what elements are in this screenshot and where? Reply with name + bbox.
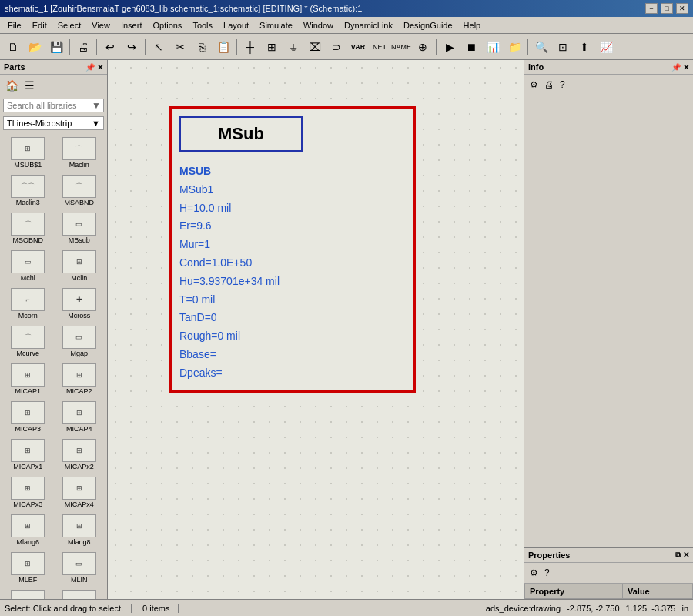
close-button[interactable]: ✕	[676, 3, 688, 14]
part-icon: ⌒	[11, 213, 45, 236]
menu-layout[interactable]: Layout	[219, 19, 253, 32]
menu-dynamiclink[interactable]: DynamicLink	[340, 19, 397, 32]
toolbar-sim[interactable]: ▶	[440, 37, 460, 57]
toolbar-new[interactable]: 🗋	[3, 37, 23, 57]
parts-item[interactable]: ▭MLSC	[55, 588, 105, 599]
parts-item[interactable]: ⌐Mcorn	[3, 286, 53, 322]
menu-select[interactable]: Select	[53, 19, 86, 32]
part-label: Maclin	[69, 161, 89, 169]
main-layout: Parts 📌 ✕ 🏠 ☰ ▼ TLines-Microstrip ▼ ⊞MSU…	[0, 60, 693, 599]
canvas-area[interactable]: MSub MSUB MSub1 H=10.0 mil Er=9.6 Mur=1 …	[108, 60, 524, 599]
info-help-icon[interactable]: ?	[558, 78, 567, 92]
toolbar-print[interactable]: 🖨	[73, 37, 93, 57]
menu-view[interactable]: View	[87, 19, 115, 32]
parts-item[interactable]: ⌒Mcurve	[3, 323, 53, 360]
component-prop-1: Er=9.6	[179, 217, 406, 236]
menu-help[interactable]: Help	[459, 19, 486, 32]
parts-item[interactable]: ⊞Mclin	[55, 248, 105, 284]
menu-designguide[interactable]: DesignGuide	[399, 19, 457, 32]
part-label: MICAP4	[66, 425, 92, 433]
parts-item[interactable]: ⊞MICAP3	[3, 399, 53, 435]
maximize-button[interactable]: □	[661, 3, 673, 14]
toolbar-ground[interactable]: ⏚	[283, 37, 303, 57]
toolbar-redo[interactable]: ↪	[122, 37, 142, 57]
part-icon: ⊞	[62, 477, 96, 500]
toolbar-chart[interactable]: 📈	[596, 37, 616, 57]
status-coords: ads_device:drawing -2.875, -2.750 1.125,…	[486, 604, 688, 613]
toolbar-paste[interactable]: 📋	[213, 37, 233, 57]
parts-item[interactable]: ⌒MSABND	[55, 172, 105, 209]
menu-simulate[interactable]: Simulate	[255, 19, 297, 32]
parts-item[interactable]: ⊞MICAPx4	[55, 474, 105, 511]
component-title-box: MSub	[179, 116, 303, 152]
toolbar-up[interactable]: ⬆	[574, 37, 594, 57]
toolbar-stop[interactable]: ⏹	[461, 37, 481, 57]
info-close-button[interactable]: ✕	[683, 63, 689, 72]
toolbar-cut[interactable]: ✂	[170, 37, 190, 57]
toolbar-probe[interactable]: ⊕	[413, 37, 433, 57]
parts-item[interactable]: ⊞MICAPx2	[55, 437, 105, 473]
toolbar-netname[interactable]: NET	[370, 37, 390, 57]
part-icon: ⊞	[62, 363, 96, 387]
toolbar-name[interactable]: NAME	[391, 37, 411, 57]
menu-window[interactable]: Window	[299, 19, 338, 32]
status-unit: in	[681, 604, 688, 613]
toolbar-fit[interactable]: ⊡	[553, 37, 573, 57]
toolbar-dataset[interactable]: 📁	[504, 37, 524, 57]
toolbar-results[interactable]: 📊	[483, 37, 503, 57]
parts-item[interactable]: ⊞Mlang6	[3, 512, 53, 548]
parts-item[interactable]: ⊞MICAPx3	[3, 474, 53, 511]
toolbar-bus[interactable]: ⊞	[262, 37, 282, 57]
parts-item[interactable]: ▭Mgap	[55, 323, 105, 360]
parts-item[interactable]: ▭MBsub	[55, 210, 105, 246]
toolbar: 🗋 📂 💾 🖨 ↩ ↪ ↖ ✂ ⎘ 📋 ┼ ⊞ ⏚ ⌧ ⊃ VAR NET NA…	[0, 34, 693, 60]
parts-item[interactable]: ▭MLOC	[3, 588, 53, 599]
minimize-button[interactable]: −	[645, 3, 658, 14]
parts-home-icon[interactable]: 🏠	[4, 78, 20, 93]
parts-item[interactable]: ⊞Mlang8	[55, 512, 105, 548]
component-name: MSub	[218, 124, 264, 143]
toolbar-undo[interactable]: ↩	[100, 37, 120, 57]
toolbar-select[interactable]: ↖	[149, 37, 169, 57]
parts-item[interactable]: ▭MLIN	[55, 550, 105, 586]
parts-item[interactable]: ⌒MSOBND	[3, 210, 53, 246]
toolbar-sep3	[145, 38, 146, 55]
search-input[interactable]	[4, 99, 89, 112]
toolbar-port[interactable]: ⊃	[326, 37, 346, 57]
toolbar-var[interactable]: VAR	[348, 37, 368, 57]
menu-file[interactable]: File	[3, 19, 26, 32]
menu-insert[interactable]: Insert	[116, 19, 147, 32]
parts-item[interactable]: ⊞MICAP2	[55, 361, 105, 397]
parts-item[interactable]: ⌒Maclin	[55, 135, 105, 171]
parts-item[interactable]: ▭Mchl	[3, 248, 53, 284]
parts-item[interactable]: ⊞MICAP1	[3, 361, 53, 397]
parts-close-button[interactable]: ✕	[97, 63, 103, 72]
toolbar-copy[interactable]: ⎘	[192, 37, 212, 57]
menu-tools[interactable]: Tools	[188, 19, 217, 32]
toolbar-save[interactable]: 💾	[46, 37, 66, 57]
properties-close-button[interactable]: ✕	[683, 551, 689, 560]
toolbar-power[interactable]: ⌧	[305, 37, 325, 57]
info-print-icon[interactable]: 🖨	[543, 78, 555, 92]
properties-settings-icon[interactable]: ⚙	[528, 566, 540, 580]
parts-item[interactable]: ✚Mcross	[55, 286, 105, 322]
parts-pin-button[interactable]: 📌	[85, 63, 95, 72]
toolbar-wire[interactable]: ┼	[240, 37, 260, 57]
parts-item[interactable]: ⊞MSUB$1	[3, 135, 53, 171]
info-settings-icon[interactable]: ⚙	[528, 78, 540, 92]
menu-edit[interactable]: Edit	[28, 19, 52, 32]
parts-item[interactable]: ⊞MICAP4	[55, 399, 105, 435]
parts-item[interactable]: ⌒⌒Maclin3	[3, 172, 53, 209]
info-pin-button[interactable]: 📌	[671, 63, 681, 72]
toolbar-open[interactable]: 📂	[25, 37, 45, 57]
menu-options[interactable]: Options	[148, 19, 186, 32]
search-filter-icon[interactable]: ▼	[89, 100, 103, 111]
parts-item[interactable]: ⊞MLEF	[3, 550, 53, 586]
parts-list-icon[interactable]: ☰	[23, 78, 36, 93]
toolbar-zoom-in[interactable]: 🔍	[531, 37, 551, 57]
library-select[interactable]: TLines-Microstrip ▼	[3, 116, 104, 130]
part-icon: ▭	[62, 590, 96, 599]
properties-float-button[interactable]: ⧉	[675, 551, 681, 560]
parts-item[interactable]: ⊞MICAPx1	[3, 437, 53, 473]
properties-help-icon[interactable]: ?	[543, 566, 551, 580]
